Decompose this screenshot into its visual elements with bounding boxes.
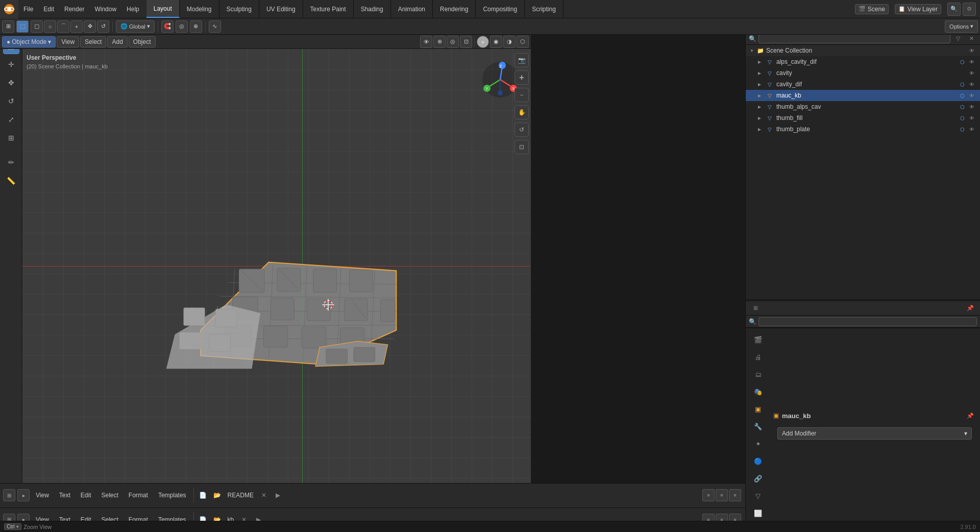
- scale-tool-btn[interactable]: ⤢: [3, 111, 19, 128]
- options-btn[interactable]: Options ▾: [945, 20, 978, 33]
- props-tab-object[interactable]: ▣: [750, 401, 766, 417]
- tab-modeling[interactable]: Modeling: [180, 0, 219, 18]
- outliner-item-thumb-plate[interactable]: ▶ ▽ thumb_plate ⬡ 👁: [746, 124, 980, 135]
- props-pin-btn[interactable]: 📌: [965, 303, 976, 314]
- readme-select-menu[interactable]: Select: [97, 483, 122, 507]
- props-editor-type[interactable]: ⊞: [750, 303, 761, 314]
- select-box-btn[interactable]: ⬚: [16, 20, 29, 33]
- props-tab-render[interactable]: 🎬: [750, 331, 766, 348]
- readme-type-icon[interactable]: ▸: [17, 489, 30, 501]
- object-options-btn[interactable]: 📌: [965, 410, 976, 421]
- outliner-search-input[interactable]: [758, 34, 950, 43]
- proportional-edit-btn[interactable]: ◎: [176, 20, 188, 33]
- orbit-view-btn[interactable]: ↺: [514, 123, 529, 137]
- readme-editor-type[interactable]: ⊞: [3, 489, 15, 501]
- tab-layout[interactable]: Layout: [146, 0, 180, 18]
- outliner-item-thumb-alps-cav[interactable]: ▶ ▽ thumb_alps_cav ⬡ 👁: [746, 101, 980, 112]
- readme-open-btn[interactable]: 📂: [211, 489, 224, 501]
- tab-compositing[interactable]: Compositing: [476, 0, 525, 18]
- readme-edit-menu[interactable]: Edit: [77, 483, 95, 507]
- rotate-tool-icon[interactable]: ↺: [97, 20, 109, 33]
- transform-orientation-btn[interactable]: 🌐 Global ▾: [116, 20, 155, 33]
- measure-tool-btn[interactable]: 📏: [3, 173, 19, 189]
- readme-run-btn[interactable]: ▶: [272, 489, 284, 501]
- tab-shading[interactable]: Shading: [354, 0, 391, 18]
- scene-selector[interactable]: 🎬 Scene: [855, 4, 889, 14]
- menu-render[interactable]: Render: [59, 0, 89, 18]
- view-menu[interactable]: View: [57, 36, 79, 47]
- readme-view-menu[interactable]: View: [32, 483, 53, 507]
- 3d-viewport[interactable]: User Perspective (20) Scene Collection |…: [22, 49, 531, 483]
- move-tool-btn[interactable]: ✥: [3, 75, 19, 91]
- outliner-item-mauc-kb[interactable]: ▶ ▽ mauc_kb ⬡ 👁: [746, 90, 980, 101]
- filter-btn[interactable]: ⚙: [963, 3, 976, 16]
- readme-close-btn[interactable]: ✕: [258, 489, 270, 501]
- select-menu[interactable]: Select: [80, 36, 106, 47]
- move-tool-icon[interactable]: ✥: [84, 20, 96, 33]
- rendered-shading-btn[interactable]: ◑: [503, 36, 516, 48]
- select-box-icon[interactable]: ▢: [31, 20, 43, 33]
- material-shading-btn[interactable]: ◉: [490, 36, 502, 48]
- props-tab-physics[interactable]: 🔵: [750, 453, 766, 469]
- search-global-btn[interactable]: 🔍: [947, 3, 961, 16]
- snap-btn[interactable]: 🧲: [161, 20, 174, 33]
- cursor-tool-btn[interactable]: ✛: [3, 56, 19, 72]
- visibility-thumb-plate[interactable]: 👁: [968, 127, 976, 132]
- visibility-alps[interactable]: 👁: [968, 59, 976, 65]
- outliner-item-cavity-dif[interactable]: ▶ ▽ cavity_dif ⬡ 👁: [746, 79, 980, 90]
- menu-window[interactable]: Window: [89, 0, 121, 18]
- outliner-item-alps-cavity-dif[interactable]: ▶ ▽ alps_cavity_dif ⬡ 👁: [746, 56, 980, 67]
- props-tab-constraints[interactable]: 🔗: [750, 470, 766, 487]
- extra-tools-btn[interactable]: ∿: [209, 20, 221, 33]
- visibility-mauc[interactable]: 👁: [968, 93, 976, 99]
- readme-templates-menu[interactable]: Templates: [154, 483, 190, 507]
- menu-file[interactable]: File: [18, 0, 38, 18]
- transform-tool-btn[interactable]: ⊞: [3, 130, 19, 146]
- outliner-item-thumb-fill[interactable]: ▶ ▽ thumb_fill ⬡ 👁: [746, 112, 980, 124]
- add-menu[interactable]: Add: [107, 36, 127, 47]
- visibility-cavity[interactable]: 👁: [968, 70, 976, 76]
- viewport-display-btn[interactable]: 👁: [420, 36, 432, 48]
- props-tab-scene[interactable]: 🎭: [750, 383, 766, 400]
- select-circle-icon[interactable]: ○: [44, 20, 56, 33]
- tab-texture-paint[interactable]: Texture Paint: [303, 0, 354, 18]
- pan-view-btn[interactable]: ✋: [514, 105, 529, 119]
- transform-pivot-btn[interactable]: ⊕: [190, 20, 202, 33]
- blender-logo[interactable]: [0, 0, 18, 18]
- tab-animation[interactable]: Animation: [391, 0, 433, 18]
- add-modifier-btn[interactable]: Add Modifier ▾: [777, 427, 972, 440]
- cursor-tool-icon[interactable]: +: [70, 20, 83, 33]
- zoom-in-btn[interactable]: +: [514, 70, 529, 85]
- tab-uv-editing[interactable]: UV Editing: [259, 0, 303, 18]
- xray-toggle-btn[interactable]: ⊡: [460, 36, 472, 48]
- camera-view-btn[interactable]: 📷: [514, 53, 529, 67]
- props-tab-view-layer[interactable]: 🗂: [750, 366, 766, 382]
- readme-justify-right[interactable]: ≡: [729, 489, 741, 501]
- ortho-toggle-btn[interactable]: ⊡: [514, 140, 529, 154]
- props-tab-modifier[interactable]: 🔧: [750, 418, 766, 434]
- wireframe-shading-btn[interactable]: ⬡: [517, 36, 529, 48]
- menu-help[interactable]: Help: [121, 0, 144, 18]
- editor-type-btn[interactable]: ⊞: [2, 20, 14, 33]
- annotate-tool-btn[interactable]: ✏: [3, 154, 19, 171]
- props-tab-material[interactable]: ⬜: [750, 505, 766, 521]
- select-lasso-icon[interactable]: ⌒: [57, 20, 69, 33]
- tab-scripting[interactable]: Scripting: [525, 0, 564, 18]
- menu-edit[interactable]: Edit: [38, 0, 59, 18]
- readme-new-btn[interactable]: 📄: [197, 489, 209, 501]
- props-tab-output[interactable]: 🖨: [750, 349, 766, 365]
- object-mode-selector[interactable]: ● Object Mode ▾: [2, 36, 56, 47]
- tab-rendering[interactable]: Rendering: [433, 0, 476, 18]
- object-menu[interactable]: Object: [129, 36, 156, 47]
- scene-collection-root[interactable]: ▼ 📁 Scene Collection 👁: [746, 45, 980, 56]
- solid-shading-btn[interactable]: ●: [477, 36, 489, 48]
- visibility-cavity-dif[interactable]: 👁: [968, 82, 976, 87]
- outliner-item-cavity[interactable]: ▶ ▽ cavity 👁: [746, 67, 980, 79]
- visibility-thumb-alps[interactable]: 👁: [968, 104, 976, 110]
- properties-search-input[interactable]: [758, 317, 977, 326]
- rotate-tool-btn[interactable]: ↺: [3, 93, 19, 109]
- visibility-icon-root[interactable]: 👁: [968, 48, 976, 54]
- view-layer-selector[interactable]: 📋 View Layer: [895, 4, 941, 14]
- gizmo-toggle-btn[interactable]: ⊕: [433, 36, 446, 48]
- readme-format-menu[interactable]: Format: [125, 483, 152, 507]
